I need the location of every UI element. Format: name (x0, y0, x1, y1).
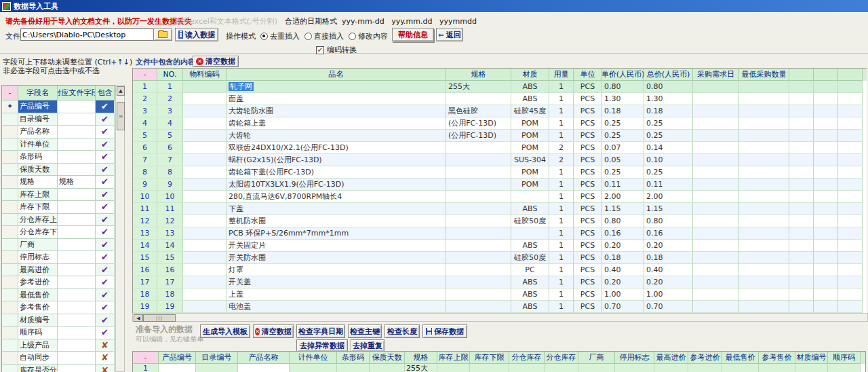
row-number-cell[interactable]: 16 (133, 264, 157, 276)
data-cell[interactable]: PCS (574, 289, 602, 301)
content-row[interactable]: 1010280,直流马达6V,8700RPM轴长41PCS2.002.00 (133, 191, 867, 203)
data-cell[interactable]: PCS (574, 142, 602, 154)
data-cell[interactable] (814, 289, 838, 301)
data-cell[interactable] (446, 191, 511, 203)
data-cell[interactable]: 0.18 (644, 252, 693, 264)
data-cell[interactable]: 2 (549, 142, 574, 154)
data-cell[interactable]: 1 (549, 276, 574, 289)
row-number-cell[interactable]: 13 (157, 227, 183, 240)
data-cell[interactable] (838, 93, 863, 105)
content-row[interactable]: 11轧子网255大ABS1PCS0.800.80 (133, 81, 867, 93)
field-row[interactable]: 上级产品✘ (2, 339, 115, 352)
content-row[interactable]: 1414开关固定片ABS1PCS0.200.20 (133, 240, 867, 252)
data-cell[interactable]: 1 (549, 301, 574, 313)
data-cell[interactable]: 0.70 (602, 301, 644, 313)
file-field-value[interactable] (58, 138, 96, 151)
data-cell[interactable] (446, 240, 511, 252)
data-cell[interactable]: POM (511, 166, 549, 179)
data-cell[interactable]: ABS (511, 203, 549, 215)
data-cell[interactable] (183, 154, 226, 166)
data-cell[interactable] (446, 252, 511, 264)
data-cell[interactable] (183, 117, 226, 130)
data-cell[interactable] (814, 215, 838, 227)
file-field-value[interactable] (58, 251, 96, 264)
file-field-value[interactable] (58, 289, 96, 302)
data-cell[interactable] (446, 142, 511, 154)
data-cell[interactable] (838, 81, 863, 93)
data-cell[interactable] (693, 203, 739, 215)
save-data-button[interactable]: 保存数据 (422, 324, 467, 338)
data-cell[interactable] (183, 227, 226, 240)
field-row[interactable]: ✦产品编号✔ (2, 100, 115, 113)
data-cell[interactable]: PCS (574, 215, 602, 227)
data-cell[interactable] (446, 264, 511, 276)
data-cell[interactable]: 1 (549, 289, 574, 301)
data-cell[interactable]: 0.25 (644, 130, 693, 142)
file-field-value[interactable] (58, 164, 96, 176)
field-row[interactable]: 目录编号✔ (2, 113, 115, 126)
row-number-cell[interactable]: 1 (133, 364, 159, 372)
data-cell[interactable]: 黑色硅胶 (446, 105, 511, 117)
data-cell[interactable] (196, 364, 238, 372)
data-cell[interactable]: 双联齿24DX10/X2.1(公用FC-13D) (226, 142, 446, 154)
field-row[interactable]: 最高进价✔ (2, 264, 115, 277)
row-number-cell[interactable]: 8 (157, 166, 183, 179)
data-cell[interactable]: 0.80 (644, 81, 693, 93)
data-cell[interactable]: 整机防水圈 (226, 215, 446, 227)
data-cell[interactable]: 1 (549, 105, 574, 117)
row-number-cell[interactable]: 8 (133, 166, 157, 179)
file-path-input[interactable] (20, 29, 155, 41)
data-cell[interactable] (739, 105, 789, 117)
check-icon[interactable]: ✔ (96, 138, 115, 151)
data-cell[interactable] (789, 240, 814, 252)
data-cell[interactable] (693, 276, 739, 289)
data-cell[interactable] (446, 166, 511, 179)
check-icon[interactable]: ✔ (96, 289, 115, 302)
data-cell[interactable] (183, 240, 226, 252)
file-field-value[interactable] (58, 151, 96, 164)
data-cell[interactable]: 面盖 (226, 93, 446, 105)
field-row[interactable]: 最低售价✔ (2, 289, 115, 302)
data-cell[interactable] (789, 264, 814, 276)
data-cell[interactable]: 0.05 (602, 154, 644, 166)
data-cell[interactable] (814, 130, 838, 142)
data-cell[interactable] (183, 264, 226, 276)
file-field-value[interactable] (58, 201, 96, 214)
data-cell[interactable]: 0.16 (602, 227, 644, 240)
data-cell[interactable]: PCS (574, 81, 602, 93)
data-cell[interactable]: 0.80 (644, 215, 693, 227)
data-cell[interactable] (739, 289, 789, 301)
prepare-row[interactable]: 1255大 (133, 364, 865, 372)
check-icon[interactable]: ✔ (96, 164, 115, 176)
data-cell[interactable] (814, 301, 838, 313)
data-cell[interactable]: 1 (549, 117, 574, 130)
read-data-button[interactable]: 读入数据 (175, 28, 218, 41)
data-cell[interactable] (789, 93, 814, 105)
data-cell[interactable]: 开关盖 (226, 276, 446, 289)
data-cell[interactable]: PCS (574, 93, 602, 105)
field-row[interactable]: 分仓库存下限✔ (2, 226, 115, 239)
data-cell[interactable] (739, 81, 789, 93)
check-date-button[interactable]: 检查字典日期 (296, 324, 345, 338)
file-field-value[interactable] (58, 126, 96, 138)
generate-template-button[interactable]: 生成导入模板 (200, 324, 250, 338)
data-cell[interactable]: 0.25 (602, 117, 644, 130)
data-cell[interactable]: 0.25 (602, 166, 644, 179)
content-row[interactable]: 1212整机防水圈硅胶50度1PCS0.800.80 (133, 215, 867, 227)
row-number-cell[interactable]: 17 (157, 276, 183, 289)
data-cell[interactable] (814, 105, 838, 117)
data-cell[interactable] (446, 276, 511, 289)
data-cell[interactable]: POM (511, 142, 549, 154)
data-cell[interactable] (838, 191, 863, 203)
data-cell[interactable] (828, 364, 861, 372)
data-cell[interactable] (470, 364, 509, 372)
data-cell[interactable]: 0.07 (602, 142, 644, 154)
data-cell[interactable] (693, 130, 739, 142)
data-cell[interactable]: 255大 (446, 81, 511, 93)
data-cell[interactable]: PCS (574, 154, 602, 166)
check-icon[interactable]: ✔ (96, 214, 115, 227)
scroll-left-icon[interactable]: ◀ (134, 314, 143, 322)
check-icon[interactable]: ✔ (96, 226, 115, 239)
file-field-value[interactable] (58, 214, 96, 227)
data-cell[interactable] (183, 215, 226, 227)
